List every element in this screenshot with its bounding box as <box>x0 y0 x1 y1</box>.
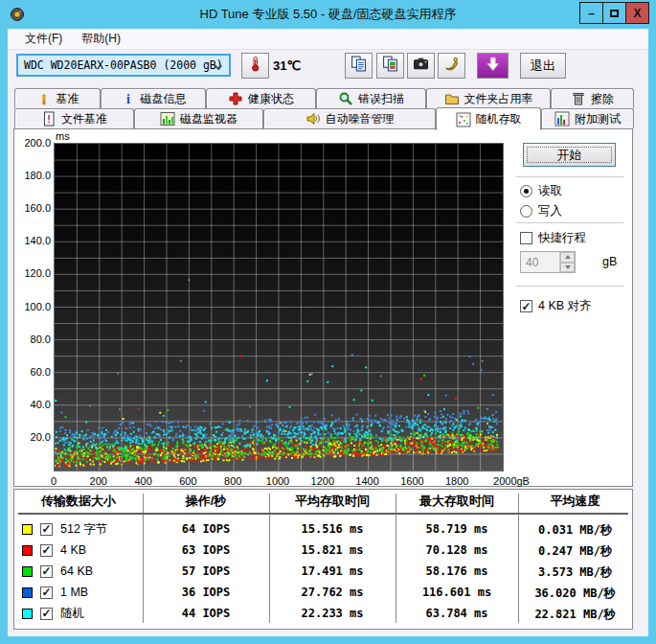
tab-label: 基准 <box>57 91 79 107</box>
tab-file-benchmark[interactable]: !文件基准 <box>14 108 134 128</box>
checkbox-unchecked-icon <box>520 232 532 244</box>
separator <box>516 286 623 288</box>
series-visible-checkbox[interactable]: ✓ <box>40 565 53 578</box>
extra-tests-icon <box>554 111 570 126</box>
drive-select[interactable]: WDC WD20EARX-00PASB0 (2000 gB) <box>16 54 231 77</box>
tab-label: 文件夹占用率 <box>464 91 533 107</box>
series-color-swatch <box>22 566 33 577</box>
tab-label: 随机存取 <box>476 111 522 127</box>
table-value: 3.573 MB/秒 <box>518 561 632 582</box>
table-value: 15.821 ms <box>269 540 396 561</box>
gold-tool-icon <box>443 56 460 76</box>
series-color-swatch <box>22 587 33 598</box>
tab-label: 擦除 <box>591 91 614 107</box>
table-value: 70.128 ms <box>396 540 518 561</box>
series-visible-checkbox[interactable]: ✓ <box>40 544 53 557</box>
table-value: 63 IOPS <box>143 540 269 561</box>
tab-folder-usage[interactable]: 文件夹占用率 <box>426 88 551 108</box>
table-header-rule <box>18 513 628 515</box>
series-visible-checkbox[interactable]: ✓ <box>40 586 53 599</box>
tab-random-access[interactable]: 随机存取 <box>436 107 541 130</box>
download-button[interactable] <box>477 53 509 79</box>
tab-health[interactable]: 健康状态 <box>206 88 316 108</box>
x-tick-label: 2000gB <box>493 475 530 487</box>
maximize-button[interactable] <box>602 2 626 24</box>
x-tick-label: 1800 <box>445 475 468 487</box>
write-radio[interactable]: 写入 <box>520 203 562 219</box>
tab-error-scan[interactable]: 错误扫描 <box>316 88 426 108</box>
radio-unselected-icon <box>520 205 532 218</box>
x-tick-label: 600 <box>179 475 196 487</box>
tab-benchmark[interactable]: !基准 <box>14 88 101 108</box>
y-tick-label: 120.0 <box>16 267 51 279</box>
tab-erase[interactable]: 擦除 <box>551 88 634 108</box>
disk-monitor-icon <box>160 111 175 126</box>
scatter-plot <box>54 143 504 472</box>
temperature-button[interactable] <box>241 53 269 79</box>
y-tick-label: 200.0 <box>16 137 51 149</box>
table-value: 58.176 ms <box>396 561 518 582</box>
tab-label: 磁盘信息 <box>141 91 187 107</box>
separator <box>516 176 623 178</box>
short-stroke-value: 40 <box>521 252 559 272</box>
copy-image-button[interactable] <box>376 53 404 79</box>
exit-button[interactable]: 退出 <box>520 53 566 79</box>
table-value: 64 IOPS <box>143 518 269 540</box>
series-color-swatch <box>22 609 33 619</box>
tab-aam[interactable]: 自动噪音管理 <box>263 108 436 128</box>
spin-down-button[interactable] <box>560 263 575 273</box>
x-tick-label: 1600 <box>400 475 423 487</box>
copy-image-icon <box>382 56 398 76</box>
series-color-swatch <box>22 545 33 556</box>
spin-up-button[interactable] <box>560 252 575 263</box>
camera-button[interactable] <box>407 53 435 79</box>
client-area: 文件(F)帮助(H) WDC WD20EARX-00PASB0 (2000 gB… <box>8 29 648 636</box>
menu-item-file[interactable]: 文件(F) <box>15 29 72 49</box>
x-tick-label: 1000 <box>266 475 289 487</box>
table-header: 操作/秒 <box>143 493 269 512</box>
close-button[interactable]: X <box>625 2 649 24</box>
write-radio-label: 写入 <box>538 203 562 219</box>
svg-text:!: ! <box>47 113 51 125</box>
short-stroke-size-stepper[interactable]: 40 <box>520 251 576 273</box>
benchmark-icon: ! <box>36 91 52 106</box>
y-tick-label: 160.0 <box>16 202 51 214</box>
start-button[interactable]: 开始 <box>523 143 616 167</box>
read-radio[interactable]: 读取 <box>520 183 562 199</box>
tab-extra-tests[interactable]: 附加测试 <box>541 108 634 128</box>
short-stroke-checkbox[interactable]: 快捷行程 <box>520 230 586 246</box>
x-tick-label: 1200 <box>311 475 334 487</box>
copy-text-button[interactable] <box>345 53 373 79</box>
table-header: 平均存取时间 <box>269 493 396 512</box>
table-row: ✓512 字节 <box>22 518 107 540</box>
table-row: ✓4 KB <box>22 540 86 561</box>
short-stroke-label: 快捷行程 <box>538 230 586 246</box>
y-tick-label: 180.0 <box>16 170 51 181</box>
series-visible-checkbox[interactable]: ✓ <box>40 608 53 620</box>
table-value: 22.821 MB/秒 <box>518 603 632 624</box>
separator <box>516 222 623 224</box>
tab-disk-info[interactable]: i磁盘信息 <box>101 88 206 108</box>
table-value: 44 IOPS <box>143 603 269 624</box>
scatter-plot-svg <box>55 144 503 471</box>
series-label: 4 KB <box>60 543 86 557</box>
random-access-icon <box>456 112 471 127</box>
series-label: 随机 <box>60 606 84 622</box>
table-header: 平均速度 <box>518 493 632 512</box>
minimize-button[interactable]: – <box>579 2 603 24</box>
menu-item-help[interactable]: 帮助(H) <box>72 29 130 49</box>
x-tick-label: 400 <box>134 475 151 487</box>
series-visible-checkbox[interactable]: ✓ <box>40 523 53 536</box>
table-value: 0.247 MB/秒 <box>518 540 632 561</box>
arrow-up-icon <box>565 255 571 259</box>
tab-row-1: !基准i磁盘信息健康状态错误扫描文件夹占用率擦除 <box>14 88 634 108</box>
tab-disk-monitor[interactable]: 磁盘监视器 <box>134 108 263 128</box>
table-header: 最大存取时间 <box>396 493 518 512</box>
gold-tool-button[interactable] <box>438 53 465 79</box>
window-title: HD Tune 专业版 5.50 - 硬盘/固态硬盘实用程序 <box>0 6 656 23</box>
table-value: 15.516 ms <box>269 518 396 540</box>
folder-usage-icon <box>444 91 460 106</box>
align-4kb-checkbox[interactable]: ✓ 4 KB 对齐 <box>520 298 592 314</box>
svg-text:!: ! <box>41 91 46 106</box>
aam-icon <box>305 111 321 126</box>
